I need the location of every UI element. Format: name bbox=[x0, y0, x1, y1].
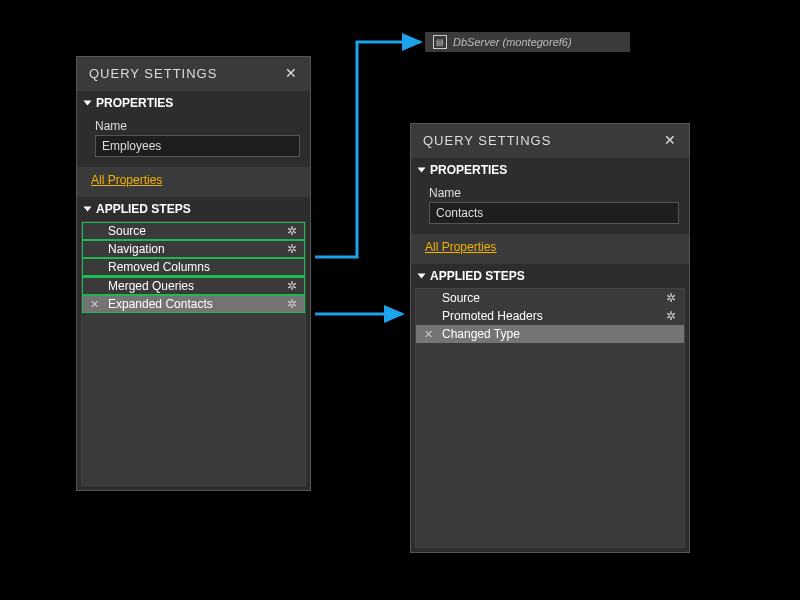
properties-body: Name bbox=[77, 115, 310, 167]
query-settings-panel-contacts: QUERY SETTINGS ✕ PROPERTIES Name All Pro… bbox=[410, 123, 690, 553]
collapse-icon bbox=[84, 207, 92, 212]
applied-step[interactable]: ✕Expanded Contacts✲ bbox=[82, 295, 305, 313]
step-label: Merged Queries bbox=[108, 279, 194, 293]
collapse-icon bbox=[418, 168, 426, 173]
panel-title: QUERY SETTINGS bbox=[423, 133, 551, 148]
query-name-input[interactable] bbox=[429, 202, 679, 224]
applied-steps-label: APPLIED STEPS bbox=[430, 269, 525, 283]
applied-step[interactable]: Source✲ bbox=[416, 289, 684, 307]
panel-titlebar: QUERY SETTINGS ✕ bbox=[411, 124, 689, 158]
delete-step-icon[interactable]: ✕ bbox=[90, 298, 99, 311]
collapse-icon bbox=[418, 274, 426, 279]
delete-step-icon[interactable]: ✕ bbox=[424, 328, 433, 341]
properties-label: PROPERTIES bbox=[96, 96, 173, 110]
properties-body: Name bbox=[411, 182, 689, 234]
applied-step[interactable]: Source✲ bbox=[82, 222, 305, 240]
applied-steps-header[interactable]: APPLIED STEPS bbox=[77, 197, 310, 221]
db-server-label: DbServer (montegoref6) bbox=[453, 36, 572, 48]
applied-step[interactable]: Promoted Headers✲ bbox=[416, 307, 684, 325]
all-properties-link[interactable]: All Properties bbox=[91, 173, 310, 187]
step-label: Expanded Contacts bbox=[108, 297, 213, 311]
applied-steps-list: Source✲Promoted Headers✲✕Changed Type bbox=[415, 288, 685, 548]
applied-steps-header[interactable]: APPLIED STEPS bbox=[411, 264, 689, 288]
query-name-input[interactable] bbox=[95, 135, 300, 157]
database-icon: ▤ bbox=[433, 35, 447, 49]
applied-step[interactable]: Merged Queries✲ bbox=[82, 277, 305, 295]
step-label: Source bbox=[108, 224, 146, 238]
gear-icon[interactable]: ✲ bbox=[666, 309, 676, 323]
gear-icon[interactable]: ✲ bbox=[287, 297, 297, 311]
applied-step[interactable]: Navigation✲ bbox=[82, 240, 305, 258]
db-server-chip[interactable]: ▤ DbServer (montegoref6) bbox=[425, 32, 630, 52]
properties-label: PROPERTIES bbox=[430, 163, 507, 177]
step-label: Source bbox=[442, 291, 480, 305]
close-icon[interactable]: ✕ bbox=[664, 132, 677, 148]
name-label: Name bbox=[429, 186, 679, 200]
gear-icon[interactable]: ✲ bbox=[287, 224, 297, 238]
all-properties-link[interactable]: All Properties bbox=[425, 240, 689, 254]
panel-titlebar: QUERY SETTINGS ✕ bbox=[77, 57, 310, 91]
gear-icon[interactable]: ✲ bbox=[287, 279, 297, 293]
close-icon[interactable]: ✕ bbox=[285, 65, 298, 81]
applied-step[interactable]: Removed Columns bbox=[82, 258, 305, 276]
step-label: Removed Columns bbox=[108, 260, 210, 274]
properties-header[interactable]: PROPERTIES bbox=[411, 158, 689, 182]
properties-header[interactable]: PROPERTIES bbox=[77, 91, 310, 115]
gear-icon[interactable]: ✲ bbox=[287, 242, 297, 256]
applied-steps-list: Source✲Navigation✲Removed ColumnsMerged … bbox=[81, 221, 306, 486]
collapse-icon bbox=[84, 101, 92, 106]
applied-step[interactable]: ✕Changed Type bbox=[416, 325, 684, 343]
applied-steps-label: APPLIED STEPS bbox=[96, 202, 191, 216]
step-label: Changed Type bbox=[442, 327, 520, 341]
step-label: Promoted Headers bbox=[442, 309, 543, 323]
name-label: Name bbox=[95, 119, 300, 133]
gear-icon[interactable]: ✲ bbox=[666, 291, 676, 305]
step-label: Navigation bbox=[108, 242, 165, 256]
query-settings-panel-employees: QUERY SETTINGS ✕ PROPERTIES Name All Pro… bbox=[76, 56, 311, 491]
panel-title: QUERY SETTINGS bbox=[89, 66, 217, 81]
